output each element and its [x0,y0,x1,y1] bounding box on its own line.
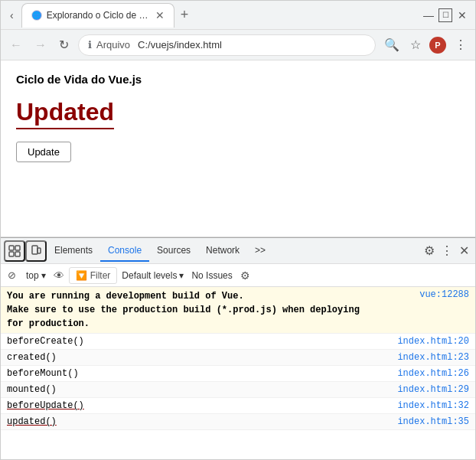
back-button[interactable]: ← [7,35,25,55]
address-bar: ← → ↻ ℹ Arquivo C:/vuejs/index.html 🔍 ☆ … [1,30,475,60]
close-button[interactable]: ✕ [455,8,469,22]
context-dropdown-icon: ▾ [41,270,46,281]
address-url: C:/vuejs/index.html [138,39,222,51]
tab-title: Explorando o Ciclo de Vida do [47,10,151,21]
context-label: top [26,270,39,281]
svg-rect-0 [9,246,14,250]
updated-heading: Updated [16,98,114,129]
log-levels-label: Default levels [122,270,177,281]
tab-close-btn[interactable]: ✕ [155,9,165,21]
log-levels-selector[interactable]: Default levels ▾ [122,270,184,281]
tab-area: 🌐 Explorando o Ciclo de Vida do ✕ + [21,3,417,28]
address-actions: 🔍 ☆ P ⋮ [382,35,469,54]
log-link[interactable]: index.html:29 [397,384,469,395]
filter-icon: 🔽 [76,270,87,281]
devtools-tabs: Elements Console Sources Network >> ⚙ ⋮ … [1,238,475,264]
page-title: Ciclo de Vida do Vue.js [16,73,460,86]
svg-rect-2 [15,246,20,250]
log-levels-dropdown-icon: ▾ [179,270,184,281]
warning-link[interactable]: vue:12288 [419,289,469,300]
devtools-settings-button[interactable]: ⚙ [421,240,438,261]
log-text: beforeMount() [7,368,79,379]
log-link[interactable]: index.html:32 [397,400,469,411]
filter-input[interactable]: 🔽 Filter [69,267,118,284]
log-row: beforeCreate()index.html:20 [1,334,475,350]
filter-label: Filter [90,270,111,281]
svg-rect-5 [37,248,41,253]
log-link[interactable]: index.html:23 [397,352,469,363]
context-selector[interactable]: top ▾ [23,269,49,282]
maximize-button[interactable]: ☐ [439,8,452,22]
new-tab-button[interactable]: + [178,4,192,26]
active-tab[interactable]: 🌐 Explorando o Ciclo de Vida do ✕ [21,3,174,28]
reload-button[interactable]: ↻ [56,34,72,55]
info-icon: ℹ [88,39,92,51]
profile-button[interactable]: P [429,37,446,54]
warning-text: You are running a development build of V… [7,289,419,331]
log-text: beforeUpdate() [7,400,84,411]
svg-rect-3 [15,252,20,256]
tab-sources[interactable]: Sources [149,240,198,262]
tab-favicon: 🌐 [31,10,42,21]
page-content: Ciclo de Vida do Vue.js Updated Update [1,60,475,237]
forward-button[interactable]: → [31,35,50,55]
bookmark-button[interactable]: ☆ [408,35,423,54]
log-row: updated()index.html:35 [1,414,475,430]
log-row: beforeMount()index.html:26 [1,366,475,382]
window-controls: — ☐ ✕ [422,8,469,22]
devtools-more-button[interactable]: ⋮ [438,240,456,261]
console-toolbar: ⊘ top ▾ 👁 🔽 Filter Default levels ▾ No I… [1,264,475,287]
browser-back-btn[interactable]: ‹ [7,6,17,24]
live-expressions-button[interactable]: 👁 [54,269,64,282]
log-text: created() [7,352,57,363]
no-issues-label: No Issues [188,269,235,282]
log-text: beforeCreate() [7,336,84,347]
devtools-close-button[interactable]: ✕ [456,240,472,261]
svg-rect-1 [9,252,14,256]
browser-window: ‹ 🌐 Explorando o Ciclo de Vida do ✕ + — … [0,0,476,460]
log-link[interactable]: index.html:20 [397,336,469,347]
search-button[interactable]: 🔍 [382,35,402,54]
device-toggle-button[interactable] [25,240,47,262]
protocol-label: Arquivo [96,39,130,51]
devtools-panel: Elements Console Sources Network >> ⚙ ⋮ … [1,237,475,459]
minimize-button[interactable]: — [422,8,435,22]
log-row: created()index.html:23 [1,350,475,366]
log-text: updated() [7,416,57,427]
log-link[interactable]: index.html:35 [397,416,469,427]
clear-console-button[interactable]: ⊘ [5,267,18,283]
log-row: mounted()index.html:29 [1,382,475,398]
tab-console[interactable]: Console [100,240,149,262]
log-row: beforeUpdate()index.html:32 [1,398,475,414]
console-warning-message: You are running a development build of V… [1,287,475,334]
tab-network[interactable]: Network [198,240,247,262]
more-button[interactable]: ⋮ [452,35,469,54]
address-input[interactable]: ℹ Arquivo C:/vuejs/index.html [78,34,376,56]
inspect-element-button[interactable] [4,240,25,262]
log-text: mounted() [7,384,57,395]
title-bar: ‹ 🌐 Explorando o Ciclo de Vida do ✕ + — … [1,1,475,30]
log-link[interactable]: index.html:26 [397,368,469,379]
svg-rect-4 [32,246,37,254]
log-rows: beforeCreate()index.html:20created()inde… [1,334,475,430]
tab-more[interactable]: >> [247,240,273,262]
console-settings-button[interactable]: ⚙ [240,269,250,282]
console-output: You are running a development build of V… [1,287,475,459]
update-button[interactable]: Update [16,142,71,162]
tab-elements[interactable]: Elements [47,240,100,262]
